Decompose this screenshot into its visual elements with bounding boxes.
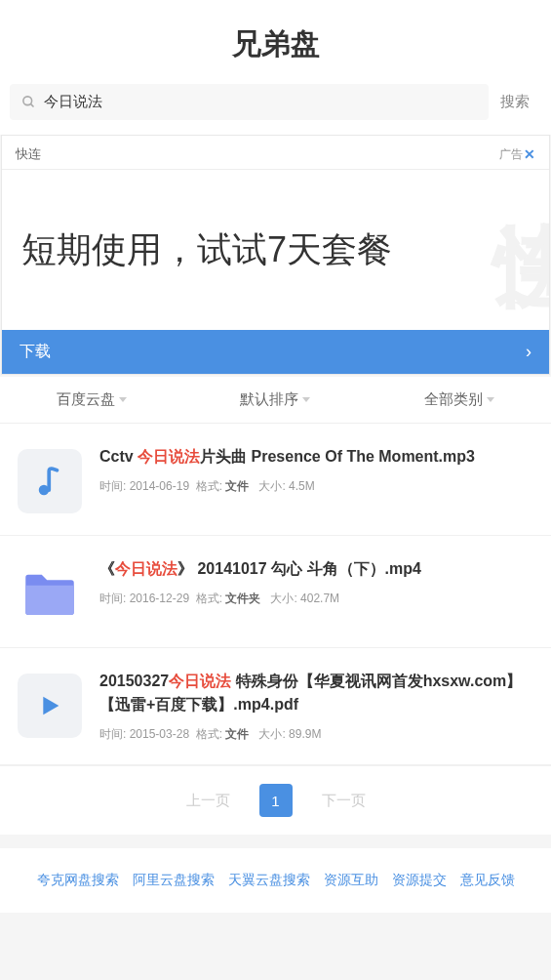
music-file-icon [18,449,82,513]
ad-download-label: 下载 [20,342,51,362]
svg-line-1 [30,103,33,106]
search-icon [21,95,36,109]
footer-links: 夸克网盘搜索 阿里云盘搜索 天翼云盘搜索 资源互助 资源提交 意见反馈 [0,848,551,913]
folder-icon [18,561,82,626]
svg-point-0 [23,97,32,105]
caret-down-icon [487,397,494,402]
ad-content[interactable]: 快连 短期使用，试试7天套餐 [2,169,549,330]
result-item[interactable]: Cctv 今日说法片头曲 Presence Of The Moment.mp3 … [0,424,551,536]
prev-page-button[interactable]: 上一页 [186,792,230,810]
filter-sort-label: 默认排序 [240,390,298,409]
result-title: Cctv 今日说法片头曲 Presence Of The Moment.mp3 [99,445,533,469]
result-meta: 时间: 2014-06-19 格式: 文件 大小: 4.5M [99,478,533,495]
caret-down-icon [302,397,310,402]
site-title: 兄弟盘 [0,24,551,64]
page-current[interactable]: 1 [259,784,293,817]
ad-tag: 广告 [499,146,523,163]
result-title: 20150327今日说法 特殊身份【华夏视讯网首发hxsxw.com】【迅雷+百… [99,670,533,716]
search-bar: 搜索 [0,84,551,135]
footer-link[interactable]: 天翼云盘搜索 [228,872,310,889]
ad-headline: 短期使用，试试7天套餐 [21,226,392,274]
footer-link[interactable]: 资源互助 [324,872,378,889]
search-input[interactable] [44,94,477,110]
ad-download-button[interactable]: 下载 › [2,330,549,374]
footer-link[interactable]: 夸克网盘搜索 [37,872,119,889]
next-page-button[interactable]: 下一页 [322,792,366,810]
result-item[interactable]: 20150327今日说法 特殊身份【华夏视讯网首发hxsxw.com】【迅雷+百… [0,648,551,765]
ad-brand-label: 快连 [16,145,41,163]
filter-category-label: 全部类别 [424,390,483,409]
filter-bar: 百度云盘 默认排序 全部类别 [0,377,551,424]
filter-source[interactable]: 百度云盘 [0,377,183,423]
result-meta: 时间: 2015-03-28 格式: 文件 大小: 89.9M [99,726,533,743]
footer-link[interactable]: 阿里云盘搜索 [133,872,215,889]
result-title: 《今日说法》 20141017 勾心 斗角（下）.mp4 [99,557,533,581]
caret-down-icon [119,397,127,402]
result-item[interactable]: 《今日说法》 20141017 勾心 斗角（下）.mp4 时间: 2016-12… [0,536,551,648]
chevron-right-icon: › [526,342,531,362]
search-button[interactable]: 搜索 [489,93,541,111]
ad-close-icon[interactable]: ✕ [524,146,535,162]
result-list: Cctv 今日说法片头曲 Presence Of The Moment.mp3 … [0,424,551,765]
filter-source-label: 百度云盘 [57,390,115,409]
footer-link[interactable]: 资源提交 [392,872,447,889]
pagination: 上一页 1 下一页 [0,765,551,835]
video-file-icon [18,674,82,738]
result-meta: 时间: 2016-12-29 格式: 文件夹 大小: 402.7M [99,591,533,607]
footer-link[interactable]: 意见反馈 [460,872,515,889]
search-input-wrap [10,84,489,120]
filter-category[interactable]: 全部类别 [368,377,551,423]
ad-banner: 快连 广告 ✕ 快连 短期使用，试试7天套餐 下载 › [1,135,550,375]
filter-sort[interactable]: 默认排序 [183,377,367,423]
